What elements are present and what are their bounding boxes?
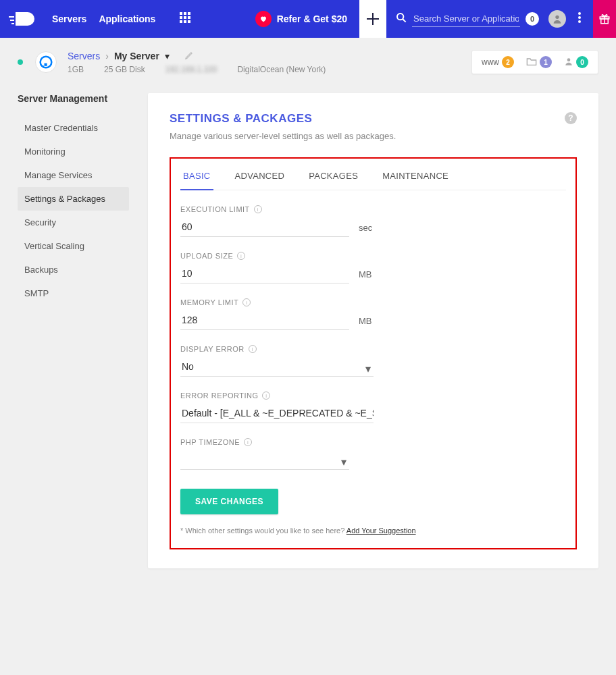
svg-rect-1	[184, 12, 186, 15]
edit-icon[interactable]	[184, 51, 194, 62]
user-avatar[interactable]	[548, 10, 566, 28]
svg-point-11	[555, 16, 559, 19]
tabs: BASICADVANCEDPACKAGESMAINTENANCE	[180, 159, 566, 190]
tab-basic[interactable]: BASIC	[180, 171, 213, 190]
php-timezone-select[interactable]: ▾	[180, 450, 349, 470]
error-reporting-select[interactable]: Default - [E_ALL & ~E_DEPRECATED & ~E_ST…	[180, 404, 374, 423]
svg-rect-4	[184, 16, 186, 19]
svg-rect-8	[188, 20, 190, 23]
svg-rect-3	[180, 16, 182, 19]
add-button[interactable]	[359, 0, 386, 38]
svg-rect-2	[188, 12, 190, 15]
execution-limit-input[interactable]	[180, 217, 349, 237]
sidebar-item-manage-services[interactable]: Manage Services	[18, 163, 129, 187]
svg-point-14	[578, 20, 581, 23]
folder-icon	[526, 57, 537, 68]
main-panel: SETTINGS & PACKAGES Manage various serve…	[148, 93, 598, 568]
memory-limit-label: MEMORY LIMIT	[180, 298, 238, 306]
nav-links: Servers Applications	[52, 14, 155, 24]
tab-maintenance[interactable]: MAINTENANCE	[380, 171, 451, 190]
server-header: Servers › My Server ▾ 1GB 25 GB Disk 192…	[0, 38, 616, 74]
memory-limit-input[interactable]	[180, 310, 349, 330]
status-dot-icon	[18, 59, 23, 65]
badge-folder-count: 1	[540, 56, 552, 68]
apps-grid-icon[interactable]	[180, 12, 190, 26]
upload-size-label: UPLOAD SIZE	[180, 252, 233, 260]
badge-folder[interactable]: 1	[526, 56, 552, 68]
svg-point-9	[397, 14, 403, 20]
search-area: 0	[386, 10, 593, 28]
svg-point-13	[578, 16, 581, 19]
search-icon	[396, 12, 407, 26]
sidebar: Server Management Master CredentialsMoni…	[18, 93, 129, 305]
provider-logo	[35, 51, 57, 73]
upload-size-input[interactable]	[180, 264, 349, 284]
search-input[interactable]	[412, 11, 520, 27]
info-icon[interactable]: i	[254, 205, 262, 213]
server-name: My Server	[114, 51, 159, 61]
svg-rect-5	[188, 16, 190, 19]
badge-users[interactable]: 0	[564, 56, 588, 68]
refer-button[interactable]: Refer & Get $20	[243, 11, 359, 27]
highlighted-region: BASICADVANCEDPACKAGESMAINTENANCE EXECUTI…	[170, 157, 577, 549]
tab-advanced[interactable]: ADVANCED	[232, 171, 288, 190]
add-suggestion-link[interactable]: Add Your Suggestion	[346, 526, 416, 535]
badge-www-count: 2	[502, 56, 514, 68]
info-icon[interactable]: i	[262, 392, 270, 400]
memory-limit-unit: MB	[359, 316, 372, 330]
panel-title: SETTINGS & PACKAGES	[170, 112, 577, 126]
nav-applications[interactable]: Applications	[99, 14, 155, 24]
sidebar-item-master-credentials[interactable]: Master Credentials	[18, 116, 129, 140]
sidebar-item-security[interactable]: Security	[18, 211, 129, 234]
svg-rect-20	[42, 65, 43, 68]
sidebar-item-monitoring[interactable]: Monitoring	[18, 140, 129, 163]
sidebar-item-vertical-scaling[interactable]: Vertical Scaling	[18, 234, 129, 258]
svg-point-12	[578, 12, 581, 15]
chevron-right-icon: ›	[105, 51, 109, 61]
caret-down-icon[interactable]: ▾	[165, 51, 170, 61]
stats-badges: www 2 1 0	[471, 50, 598, 74]
refer-label: Refer & Get $20	[277, 14, 347, 24]
nav-servers[interactable]: Servers	[52, 14, 86, 24]
footnote: * Which other settings would you like to…	[180, 526, 566, 535]
save-changes-button[interactable]: SAVE CHANGES	[180, 489, 278, 514]
display-error-select[interactable]: No ▾	[180, 357, 374, 377]
svg-rect-6	[180, 20, 182, 23]
info-icon[interactable]: i	[249, 345, 257, 353]
display-error-label: DISPLAY ERROR	[180, 345, 245, 353]
info-icon[interactable]: i	[237, 252, 245, 260]
svg-rect-19	[45, 63, 47, 66]
server-ram: 1GB	[68, 65, 84, 74]
user-icon	[564, 57, 573, 68]
caret-down-icon: ▾	[341, 456, 346, 468]
execution-limit-unit: sec	[359, 223, 372, 237]
tab-packages[interactable]: PACKAGES	[306, 171, 361, 190]
php-timezone-label: PHP TIMEZONE	[180, 438, 240, 446]
more-menu-icon[interactable]	[575, 12, 584, 26]
sidebar-item-settings-packages[interactable]: Settings & Packages	[18, 187, 129, 211]
gift-button[interactable]	[593, 0, 616, 38]
badge-www[interactable]: www 2	[482, 56, 514, 68]
heart-icon	[255, 11, 272, 27]
server-disk: 25 GB Disk	[104, 65, 145, 74]
breadcrumb-servers[interactable]: Servers	[68, 51, 100, 61]
help-icon[interactable]: ?	[565, 112, 577, 124]
top-nav: Servers Applications Refer & Get $20 0	[0, 0, 616, 38]
badge-user-count: 0	[576, 56, 588, 68]
sidebar-item-backups[interactable]: Backups	[18, 258, 129, 281]
caret-down-icon: ▾	[365, 362, 371, 375]
info-icon[interactable]: i	[244, 438, 252, 446]
upload-size-unit: MB	[359, 269, 372, 284]
panel-subtitle: Manage various server-level settings as …	[170, 131, 577, 141]
server-ip-masked: 192.168.1.100	[165, 65, 217, 74]
brand-logo[interactable]	[0, 9, 44, 28]
execution-limit-label: EXECUTION LIMIT	[180, 205, 250, 213]
error-reporting-label: ERROR REPORTING	[180, 392, 258, 400]
sidebar-item-smtp[interactable]: SMTP	[18, 281, 129, 305]
server-provider: DigitalOcean (New York)	[237, 65, 326, 74]
info-icon[interactable]: i	[242, 298, 251, 306]
svg-line-10	[403, 19, 406, 22]
notification-count[interactable]: 0	[525, 12, 539, 26]
svg-point-21	[567, 58, 571, 61]
svg-rect-0	[180, 12, 182, 15]
